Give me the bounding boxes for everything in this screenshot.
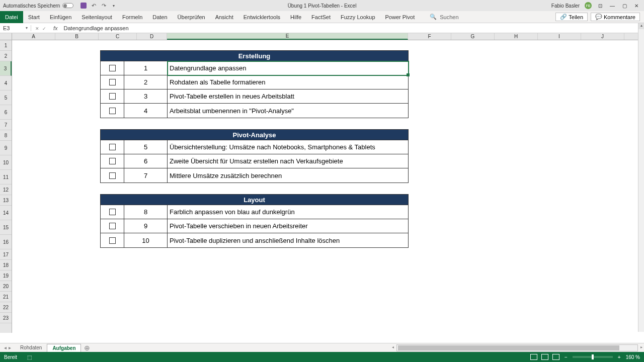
checkbox-icon[interactable] (109, 65, 116, 71)
table-row[interactable]: 1 Datengrundlage anpassen (101, 61, 408, 75)
save-icon[interactable] (80, 3, 87, 9)
text-cell[interactable]: Pivot-Tabelle erstellen in neues Arbeits… (168, 89, 408, 103)
add-sheet-icon[interactable]: ⊕ (81, 344, 93, 352)
scroll-left-icon[interactable]: ◂ (392, 345, 394, 349)
text-cell[interactable]: Rohdaten als Tabelle formatieren (168, 75, 408, 89)
cancel-icon[interactable] (35, 25, 39, 31)
maximize-button[interactable]: ▢ (621, 2, 628, 9)
macro-record-icon[interactable]: ⬚ (27, 354, 32, 360)
tell-me-search[interactable]: 🔍 Suchen (430, 14, 458, 20)
tab-factset[interactable]: FactSet (306, 11, 336, 23)
spreadsheet-grid[interactable]: A B C D E F G H I J 1 2 3 4 5 6 7 8 9 10… (0, 33, 644, 333)
col-header-g[interactable]: G (451, 33, 495, 40)
normal-view-icon[interactable] (530, 354, 537, 360)
checkbox-cell[interactable] (101, 154, 124, 168)
scroll-up-icon[interactable]: ▴ (638, 23, 644, 29)
row-header[interactable]: 8 (0, 130, 12, 141)
ribbon-options-icon[interactable]: ⊡ (597, 2, 604, 9)
user-avatar[interactable]: FB (585, 2, 592, 9)
checkbox-icon[interactable] (109, 158, 116, 164)
checkbox-cell[interactable] (101, 61, 124, 75)
zoom-out-icon[interactable]: − (565, 354, 568, 360)
checkbox-cell[interactable] (101, 140, 124, 154)
checkbox-cell[interactable] (101, 168, 124, 183)
checkbox-icon[interactable] (109, 144, 116, 150)
qat-dropdown-icon[interactable]: ▾ (111, 3, 117, 9)
tab-formeln[interactable]: Formeln (117, 11, 147, 23)
table-row[interactable]: 5 Übersichterstellung: Umsätze nach Note… (101, 140, 408, 154)
col-header-j[interactable]: J (581, 33, 624, 40)
col-header-d[interactable]: D (137, 33, 167, 40)
select-all-corner[interactable] (0, 33, 12, 40)
redo-icon[interactable]: ↷ (101, 3, 107, 9)
row-header[interactable]: 9 (0, 141, 12, 155)
number-cell[interactable]: 8 (124, 205, 168, 219)
row-header[interactable]: 17 (0, 249, 12, 260)
row-header[interactable]: 10 (0, 155, 12, 170)
text-cell[interactable]: Mittlere Umsätze zusätzlich berechnen (168, 168, 408, 183)
checkbox-icon[interactable] (109, 209, 116, 215)
row-header[interactable]: 12 (0, 185, 12, 195)
checkbox-icon[interactable] (109, 172, 116, 179)
page-layout-view-icon[interactable] (541, 354, 548, 360)
row-header[interactable]: 16 (0, 235, 12, 249)
tab-file[interactable]: Datei (0, 11, 23, 23)
checkbox-icon[interactable] (109, 108, 116, 114)
table-row[interactable]: 4 Arbeitsblat umbenennen in "Pivot-Analy… (101, 104, 408, 118)
checkbox-cell[interactable] (101, 205, 124, 219)
sheet-tab-aufgaben[interactable]: Aufgaben (47, 344, 81, 352)
col-header-a[interactable]: A (12, 33, 55, 40)
tab-ueberpruefen[interactable]: Überprüfen (173, 11, 210, 23)
checkbox-cell[interactable] (101, 89, 124, 103)
name-box-dropdown-icon[interactable]: ▾ (26, 26, 28, 30)
checkbox-icon[interactable] (109, 223, 116, 229)
formula-text[interactable]: Datengrundlage anpassen (61, 25, 129, 31)
text-cell[interactable]: Pivot-Tabelle duplizieren und anschließe… (168, 233, 408, 247)
scroll-thumb[interactable] (398, 345, 619, 350)
number-cell[interactable]: 4 (124, 104, 168, 118)
table-row[interactable]: 9 Pivot-Tabelle verschieben in neuen Arb… (101, 219, 408, 233)
col-header-f[interactable]: F (408, 33, 451, 40)
row-header[interactable]: 18 (0, 260, 12, 270)
zoom-slider[interactable] (573, 356, 613, 358)
number-cell[interactable]: 6 (124, 154, 168, 168)
col-header-e[interactable]: E (167, 33, 408, 40)
checkbox-cell[interactable] (101, 219, 124, 233)
tab-ansicht[interactable]: Ansicht (210, 11, 238, 23)
table-row[interactable]: 6 Zweite Übersicht für Umsatz erstellen … (101, 154, 408, 168)
comments-button[interactable]: 💬 Kommentare (591, 13, 640, 21)
number-cell[interactable]: 2 (124, 75, 168, 89)
zoom-level[interactable]: 160 % (626, 354, 640, 360)
minimize-button[interactable]: — (609, 2, 616, 9)
row-header[interactable]: 4 (0, 76, 12, 90)
autosave-toggle[interactable] (62, 3, 73, 8)
zoom-thumb[interactable] (592, 354, 594, 359)
sheet-tab-rohdaten[interactable]: Rohdaten (15, 344, 47, 351)
name-box[interactable]: E3 ▾ (0, 25, 31, 31)
page-break-view-icon[interactable] (552, 354, 559, 360)
tab-daten[interactable]: Daten (147, 11, 172, 23)
checkbox-icon[interactable] (109, 79, 116, 85)
zoom-in-icon[interactable]: + (618, 354, 621, 360)
col-header-h[interactable]: H (495, 33, 538, 40)
scroll-right-icon[interactable]: ▸ (640, 345, 642, 349)
tab-entwicklertools[interactable]: Entwicklertools (238, 11, 285, 23)
vertical-scrollbar[interactable]: ▴ (638, 23, 644, 332)
col-header-i[interactable]: I (538, 33, 581, 40)
undo-icon[interactable]: ↶ (91, 3, 97, 9)
row-header[interactable]: 11 (0, 170, 12, 185)
row-header[interactable]: 19 (0, 270, 12, 281)
table-row[interactable]: 2 Rohdaten als Tabelle formatieren (101, 75, 408, 89)
tab-power-pivot[interactable]: Power Pivot (380, 11, 420, 23)
section-header[interactable]: Pivot-Analyse (101, 130, 408, 140)
close-button[interactable]: ✕ (633, 2, 640, 9)
checkbox-icon[interactable] (109, 93, 116, 100)
row-header[interactable]: 15 (0, 220, 12, 235)
section-header[interactable]: Layout (101, 195, 408, 205)
tab-einfuegen[interactable]: Einfügen (45, 11, 76, 23)
row-header[interactable]: 23 (0, 313, 12, 323)
row-header[interactable]: 3 (0, 61, 12, 76)
cells-area[interactable]: Erstellung 1 Datengrundlage anpassen 2 R… (12, 40, 644, 333)
row-header[interactable]: 20 (0, 281, 12, 292)
col-header-c[interactable]: C (99, 33, 137, 40)
